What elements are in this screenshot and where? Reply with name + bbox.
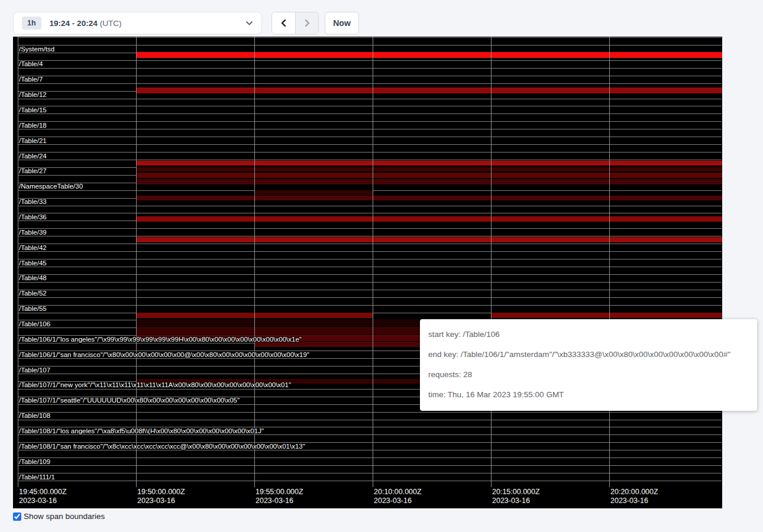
span-boundary-line [18,267,722,267]
heat-band[interactable] [491,313,722,318]
x-tick-date: 2023-03-16 [374,497,422,505]
time-gridline [136,37,137,487]
heat-band[interactable] [137,173,722,178]
row-label: /Table/106 [19,320,50,328]
span-boundary-line [18,259,722,259]
heat-band[interactable] [137,196,722,200]
time-range-label: 19:24 - 20:24 [50,19,98,28]
tooltip-start-key: start key: /Table/106 [428,325,749,345]
span-boundary-line [18,213,722,213]
span-boundary-line [18,83,722,84]
span-boundary-line [18,290,722,290]
time-nav-group [271,12,319,34]
row-label: /Table/107/1/"new york"/"\x11\x11\x11\x1… [19,381,291,389]
row-label: /Table/111/1 [19,473,55,481]
heat-band[interactable] [137,52,722,58]
row-label: /Table/108/1/"san francisco"/"\x8c\xcc\x… [19,443,305,450]
span-boundary-line [18,37,722,38]
row-label: /Table/4 [19,60,43,68]
span-boundary-line [18,76,722,76]
heat-band[interactable] [137,167,722,171]
span-boundary-line [18,106,722,106]
tooltip-time: time: Thu, 16 Mar 2023 19:55:00 GMT [428,385,749,405]
span-boundary-line [18,144,722,145]
time-gridline [609,37,610,487]
time-gridline [254,37,255,487]
span-boundary-line [18,68,722,69]
span-boundary-line [18,458,722,458]
x-axis-tick: 19:50:00.000Z2023-03-16 [137,488,185,505]
span-boundary-line [18,412,722,413]
row-label: /Table/39 [19,229,47,236]
span-boundary-line [18,99,722,99]
row-label: /Table/107/1/"seattle"/"UUUUUUD\x00\x80\… [19,397,240,404]
row-label: /Table/24 [19,153,47,160]
span-boundary-line [18,206,722,206]
time-range-select[interactable]: 1h 19:24 - 20:24 (UTC) [13,12,262,34]
chevron-down-icon [245,21,253,26]
heat-band[interactable] [137,179,722,184]
x-tick-date: 2023-03-16 [137,497,185,505]
span-boundary-line [18,282,722,283]
row-label: /Table/108/1/"los angeles"/"\xa8\xf5\u00… [19,427,264,435]
x-tick-date: 2023-03-16 [256,497,303,505]
x-axis-tick: 19:55:00.000Z2023-03-16 [256,488,303,505]
row-label: /System/tsd [19,46,54,53]
time-gridline [491,37,492,487]
x-axis-tick: 20:15:00.000Z2023-03-16 [492,488,540,505]
row-label: /NamespaceTable/30 [19,183,83,190]
row-label: /Table/106/1/"los angeles"/"\x99\x99\x99… [19,336,302,343]
row-label: /Table/48 [19,274,47,282]
toolbar: 1h 19:24 - 20:24 (UTC) Now [13,12,359,34]
timezone-label: (UTC) [100,19,122,28]
prev-range-button[interactable] [272,12,295,34]
tooltip-requests: requests: 28 [428,365,749,385]
span-boundary-line [18,251,722,252]
x-tick-time: 20:15:00.000Z [492,488,540,497]
x-axis-tick: 19:45:00.000Z2023-03-16 [19,488,67,505]
key-visualizer-canvas[interactable]: /System/tsd/Table/4/Table/7/Table/12/Tab… [13,37,722,508]
heat-band[interactable] [137,313,373,318]
tooltip-end-key: end key: /Table/106/1/"amsterdam"/"\xb33… [428,345,749,365]
show-span-boundaries[interactable]: Show span boundaries [13,512,105,521]
span-boundary-line [18,228,722,229]
span-boundary-line [18,420,722,420]
next-range-button[interactable] [295,12,318,34]
chevron-right-icon [303,19,311,27]
x-axis-tick: 20:20:00.000Z2023-03-16 [610,488,658,505]
x-tick-time: 19:55:00.000Z [256,488,303,497]
show-span-boundaries-checkbox[interactable] [13,512,21,521]
heat-band[interactable] [137,237,722,242]
span-boundary-line [18,465,722,466]
row-label: /Table/52 [19,290,47,297]
row-label: /Table/27 [19,167,47,175]
span-boundary-line [18,60,722,61]
x-tick-time: 19:50:00.000Z [137,488,185,497]
x-axis-tick: 20:10:00.000Z2023-03-16 [374,488,422,505]
heat-band[interactable] [137,161,722,166]
span-boundary-line [18,113,722,114]
chevron-left-icon [280,19,288,27]
row-label: /Table/7 [19,76,43,83]
span-boundary-line [18,274,722,275]
span-boundary-line [18,305,722,306]
span-boundary-line [18,244,722,244]
row-label: /Table/36 [19,213,47,221]
row-label: /Table/42 [19,244,47,252]
heat-band[interactable] [137,87,722,93]
show-span-boundaries-label: Show span boundaries [24,512,105,521]
span-boundary-line [18,121,722,122]
now-button[interactable]: Now [325,12,359,34]
x-tick-time: 19:45:00.000Z [19,488,67,497]
hover-tooltip: start key: /Table/106 end key: /Table/10… [420,319,757,411]
span-boundary-line [18,137,722,137]
span-boundary-line [18,129,722,129]
row-label: /Table/15 [19,106,47,114]
row-label: /Table/12 [19,91,47,99]
row-label: /Table/18 [19,122,47,129]
heat-band[interactable] [254,190,373,195]
x-tick-time: 20:10:00.000Z [374,488,422,497]
heat-band[interactable] [137,216,722,222]
x-tick-date: 2023-03-16 [19,497,67,505]
span-boundary-line [18,152,722,153]
